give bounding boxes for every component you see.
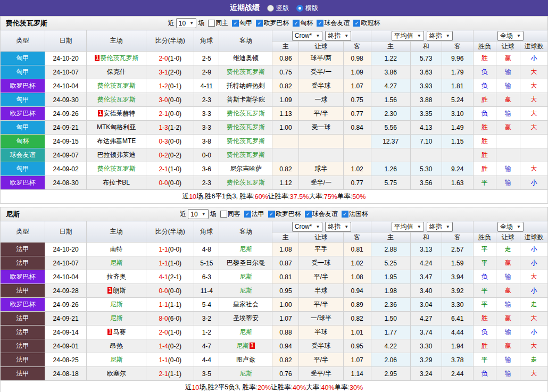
away-team-link[interactable]: 普斯卡斯学院 — [227, 96, 265, 103]
crow-away-odds: 1.07 — [343, 353, 371, 367]
home-team-link[interactable]: 布拉卡BL — [103, 179, 130, 186]
home-team-link[interactable]: 布达弗基MTE — [97, 137, 136, 145]
away-team-link[interactable]: 尼斯 — [239, 245, 252, 253]
home-team-link[interactable]: 费伦茨瓦罗斯 — [97, 96, 136, 103]
avg-draw-odds: 3.04 — [410, 298, 442, 312]
same-venue-checkbox[interactable] — [208, 20, 215, 27]
games-count-select[interactable]: 10 ▼ — [188, 209, 208, 219]
average-final-odds-select[interactable]: 终指 ▼ — [427, 222, 453, 232]
competition-checkbox[interactable]: ✓ — [293, 20, 300, 27]
radio-unselected-icon[interactable] — [267, 5, 274, 12]
score-cell: 1-1(1-0) — [146, 256, 194, 270]
competition-checkbox[interactable]: ✓ — [232, 20, 239, 27]
bookmaker-select[interactable]: Crow* ▼ — [292, 31, 323, 41]
summary-text: 40% — [321, 384, 335, 391]
competition-checkbox[interactable]: ✓ — [244, 211, 251, 218]
competition-checkbox[interactable]: ✓ — [305, 211, 312, 218]
home-team-link[interactable]: 马赛 — [113, 328, 126, 336]
avg-draw-odds: 3.93 — [410, 79, 442, 93]
avg-draw-odds: 3.56 — [410, 176, 442, 190]
summary-text: 大率: — [306, 383, 321, 392]
crow-handicap: 受平/半 — [299, 367, 343, 381]
away-team-link[interactable]: 尼斯 — [239, 370, 252, 377]
away-team-link[interactable]: 托特纳姆热刺 — [227, 82, 265, 89]
home-team-link[interactable]: 尼斯 — [110, 259, 123, 266]
match-date: 24-09-26 — [45, 107, 87, 121]
home-team-link[interactable]: 尼斯 — [110, 301, 123, 308]
away-team-link[interactable]: 尼斯 — [236, 342, 249, 349]
crow-away-odds: 1.07 — [343, 79, 371, 93]
games-count-select[interactable]: 10 ▼ — [176, 18, 196, 28]
away-team-link[interactable]: 费伦茨瓦罗斯 — [227, 68, 265, 76]
average-final-odds-select[interactable]: 终指 ▼ — [427, 31, 453, 41]
away-team-cell: 费伦茨瓦罗斯 — [219, 176, 272, 190]
crow-handicap: 半球 — [299, 284, 343, 298]
home-team-link[interactable]: 费伦茨瓦罗斯 — [97, 82, 136, 89]
result-goals: 小 — [520, 52, 547, 65]
home-team-link[interactable]: 拉齐奥 — [107, 273, 126, 280]
full-match-select[interactable]: 全场 ▼ — [497, 31, 524, 41]
away-team-link[interactable]: 尼斯 — [239, 273, 252, 280]
avg-home-odds: 1.56 — [371, 93, 410, 107]
subcol-avg-home: 主 — [371, 41, 410, 52]
full-match-select[interactable]: 全场 ▼ — [497, 222, 524, 232]
competition-checkbox[interactable]: ✓ — [342, 211, 348, 218]
home-team-link[interactable]: 欧塞尔 — [107, 370, 126, 377]
home-team-link[interactable]: 南特 — [110, 245, 123, 253]
subcol-outcome: 胜负 — [473, 232, 496, 243]
result-outcome: 平 — [473, 176, 496, 190]
score-cell: 3-1(2-0) — [146, 65, 194, 79]
match-date: 24-09-14 — [45, 326, 87, 339]
away-team-link[interactable]: 尼斯 — [239, 287, 252, 294]
crow-away-odds: 0.81 — [343, 243, 371, 256]
home-team-cell: 尼斯 — [87, 353, 146, 367]
home-team-link[interactable]: 巴拉顿弗莱迪 — [97, 151, 136, 159]
same-venue-checkbox[interactable] — [220, 211, 227, 218]
home-team-link[interactable]: 朗斯 — [113, 287, 126, 294]
away-team-link[interactable]: 费伦茨瓦罗斯 — [227, 179, 265, 186]
crow-away-odds: 0.84 — [343, 121, 371, 135]
away-team-link[interactable]: 费伦茨瓦罗斯 — [227, 123, 265, 131]
competition-filter: ✓匈甲 — [232, 19, 252, 28]
away-team-link[interactable]: 圣埃蒂安 — [233, 314, 259, 322]
competition-checkbox[interactable]: ✓ — [268, 211, 275, 218]
away-team-link[interactable]: 图卢兹 — [236, 356, 255, 363]
half-time-score: (0-0) — [168, 246, 181, 253]
layout-vertical-option[interactable]: 竖版 — [267, 4, 289, 13]
competition-checkbox[interactable]: ✓ — [256, 20, 263, 27]
away-team-link[interactable]: 费伦茨瓦罗斯 — [227, 151, 265, 159]
away-team-link[interactable]: 维迪奥顿 — [233, 54, 259, 62]
home-team-link[interactable]: 尼斯 — [110, 314, 123, 322]
avg-home-odds: 1.50 — [371, 312, 410, 326]
average-select[interactable]: 平均值 ▼ — [392, 31, 424, 41]
away-team-link[interactable]: 费伦茨瓦罗斯 — [227, 110, 265, 117]
away-team-link[interactable]: 费伦茨瓦罗斯 — [227, 137, 265, 145]
home-team-link[interactable]: MTK匈格利亚 — [97, 123, 136, 131]
away-team-link[interactable]: 皇家社会 — [233, 301, 259, 308]
summary-text: 37.5% — [290, 193, 309, 201]
crow-final-odds-select[interactable]: 终指 ▼ — [325, 31, 351, 41]
corner-cell: 0-0 — [194, 148, 219, 162]
col-header-away: 客场 — [219, 221, 272, 243]
away-team-link[interactable]: 尼尔吉哈萨 — [230, 165, 262, 172]
layout-horizontal-option[interactable]: 横版 — [296, 4, 318, 13]
away-team-link[interactable]: 尼斯 — [239, 328, 252, 336]
crow-final-odds-select[interactable]: 终指 ▼ — [325, 222, 351, 232]
half-time-score: (1-1) — [168, 301, 181, 308]
home-team-link[interactable]: 费伦茨瓦罗斯 — [97, 165, 136, 172]
chevron-down-icon: ▼ — [417, 34, 421, 38]
bookmaker-select[interactable]: Crow* ▼ — [292, 222, 323, 232]
half-time-score: (0-0) — [168, 96, 181, 104]
home-team-link[interactable]: 尼斯 — [110, 356, 123, 363]
home-team-link[interactable]: 昂热 — [110, 342, 123, 349]
result-handicap: 输 — [496, 176, 520, 190]
competition-checkbox[interactable]: ✓ — [353, 20, 360, 27]
average-select[interactable]: 平均值 ▼ — [392, 222, 424, 232]
half-time-score: (0-2) — [168, 343, 181, 350]
away-team-link[interactable]: 巴黎圣日尔曼 — [227, 259, 265, 266]
home-team-link[interactable]: 费伦茨瓦罗斯 — [100, 54, 138, 62]
home-team-link[interactable]: 保克什 — [107, 68, 126, 76]
competition-checkbox[interactable]: ✓ — [317, 20, 323, 27]
radio-selected-icon[interactable] — [296, 5, 303, 12]
home-team-link[interactable]: 安德莱赫特 — [103, 110, 135, 117]
